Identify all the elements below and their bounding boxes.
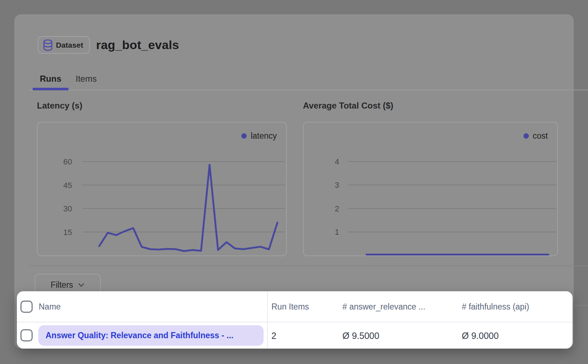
tab-items-label: Items xyxy=(76,74,97,84)
svg-text:3: 3 xyxy=(335,181,339,190)
tab-runs-label: Runs xyxy=(40,74,61,84)
app-screen: Dataset rag_bot_evals Runs Items Latency… xyxy=(0,0,588,364)
svg-text:60: 60 xyxy=(63,157,72,166)
run-name-link[interactable]: Answer Quality: Relevance and Faithfulne… xyxy=(38,325,264,346)
cost-legend-label: cost xyxy=(533,131,548,141)
svg-text:4: 4 xyxy=(335,157,339,166)
cost-legend-dot xyxy=(523,133,529,139)
cost-chart-panel: 4321 cost xyxy=(303,122,558,256)
table-header-row: Name Run Items # answer_relevance ... # … xyxy=(17,291,573,322)
svg-text:2: 2 xyxy=(335,204,339,213)
active-tab-indicator xyxy=(33,88,68,90)
run-items-value: 2 xyxy=(271,330,276,341)
cost-chart: 4321 xyxy=(304,123,557,255)
table-row: Answer Quality: Relevance and Faithfulne… xyxy=(17,322,573,349)
svg-text:1: 1 xyxy=(335,227,339,236)
tab-runs[interactable]: Runs xyxy=(33,68,68,90)
latency-legend-dot xyxy=(241,133,247,139)
row-checkbox[interactable] xyxy=(20,329,33,341)
section-divider xyxy=(29,265,588,266)
chevron-down-icon xyxy=(77,281,85,289)
column-header-name: Name xyxy=(39,302,61,311)
cost-chart-title: Average Total Cost ($) xyxy=(303,101,393,111)
latency-chart-title: Latency (s) xyxy=(37,101,82,111)
latency-chart: 60453015 xyxy=(38,123,286,255)
tab-bar: Runs Items xyxy=(29,68,588,90)
runs-table: Name Run Items # answer_relevance ... # … xyxy=(17,291,573,349)
latency-legend: latency xyxy=(241,131,277,141)
column-header-faithfulness: # faithfulness (api) xyxy=(462,302,529,311)
database-icon xyxy=(43,39,53,51)
svg-text:15: 15 xyxy=(63,228,72,237)
latency-legend-label: latency xyxy=(251,131,277,141)
cost-legend: cost xyxy=(523,131,548,141)
svg-text:45: 45 xyxy=(63,181,72,190)
answer-relevance-value: Ø 9.5000 xyxy=(342,330,379,341)
dataset-badge: Dataset xyxy=(38,36,90,54)
tab-items[interactable]: Items xyxy=(68,68,104,90)
badge-label: Dataset xyxy=(56,41,83,49)
column-header-answer-relevance: # answer_relevance ... xyxy=(342,302,425,311)
select-all-checkbox[interactable] xyxy=(20,301,33,313)
faithfulness-value: Ø 9.0000 xyxy=(462,330,499,341)
column-header-run-items: Run Items xyxy=(271,302,309,311)
latency-chart-panel: 60453015 latency xyxy=(37,122,287,256)
filters-button-label: Filters xyxy=(51,280,73,290)
run-name-label: Answer Quality: Relevance and Faithfulne… xyxy=(46,331,233,340)
page-title: rag_bot_evals xyxy=(96,36,179,54)
svg-text:30: 30 xyxy=(63,204,72,213)
